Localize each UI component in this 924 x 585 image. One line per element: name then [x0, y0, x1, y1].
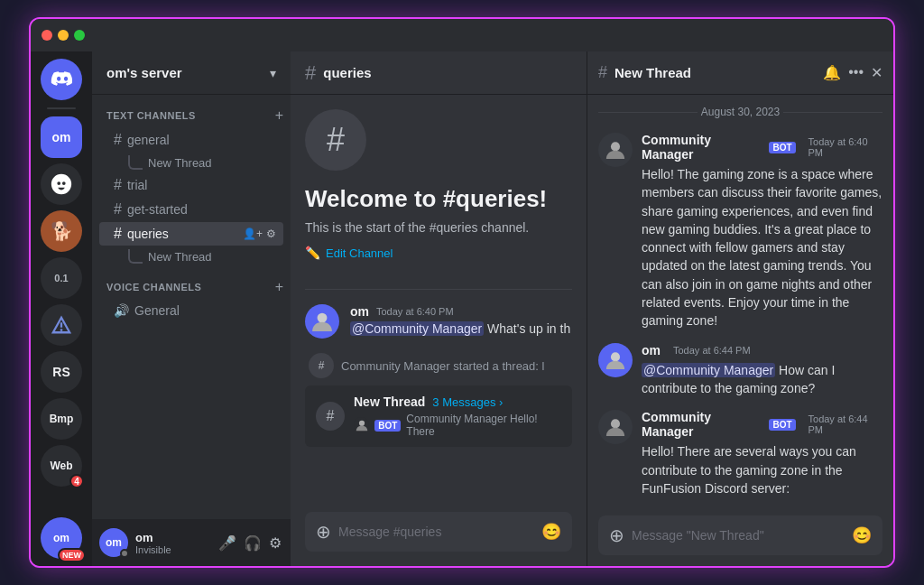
- server-icon-rs[interactable]: RS: [41, 351, 82, 393]
- thread-preview-messages: 3 Messages ›: [432, 395, 503, 409]
- msg-time-om-1: Today at 6:40 PM: [376, 306, 454, 317]
- settings-gear-icon[interactable]: ⚙: [267, 533, 283, 553]
- message-input-icons: 😊: [541, 522, 561, 542]
- thread-more-icon[interactable]: •••: [848, 64, 864, 81]
- server-icon-bmp[interactable]: Bmp: [41, 398, 82, 440]
- user-controls: 🎤 🎧 ⚙: [217, 533, 283, 553]
- channel-item-trial[interactable]: # trial: [99, 173, 283, 197]
- thread-msg-text-3: Hello! There are several ways you can co…: [642, 442, 882, 515]
- text-channels-section[interactable]: TEXT CHANNELS +: [92, 102, 291, 127]
- thread-preview-text: Community Manager Hello! There: [406, 413, 561, 438]
- user-status-dot: [120, 549, 129, 558]
- thread-preview-avatar: [354, 417, 369, 433]
- avatar-initials: om: [106, 536, 122, 549]
- om-avatar: [305, 304, 339, 339]
- thread-message-input[interactable]: [632, 528, 845, 543]
- channel-content: # queries # Welcome to #queries! This is…: [291, 51, 587, 566]
- svg-point-7: [611, 420, 620, 429]
- mic-icon[interactable]: 🎤: [217, 533, 238, 553]
- app-window: om 🐕 0.1 RS Bmp: [29, 17, 895, 568]
- headphones-icon[interactable]: 🎧: [242, 533, 263, 553]
- server-icon-num[interactable]: 0.1: [41, 257, 82, 299]
- thread-date: August 30, 2023: [598, 106, 882, 118]
- msg-text-om-1: @Community Manager What's up in th: [350, 320, 572, 339]
- server-icon-triangle[interactable]: [41, 304, 82, 346]
- speaker-icon: 🔊: [114, 303, 129, 318]
- message-input-area: ⊕ 😊: [291, 512, 587, 566]
- started-thread-icon: #: [309, 353, 334, 378]
- hash-icon-get-started: #: [114, 201, 122, 218]
- server-icon-web[interactable]: Web 4: [41, 445, 82, 487]
- main-layout: om 🐕 0.1 RS Bmp: [31, 51, 893, 566]
- channel-message-input[interactable]: [338, 525, 534, 539]
- started-thread: # Community Manager started a thread: l: [305, 353, 572, 378]
- thread-close-icon[interactable]: ✕: [871, 64, 882, 81]
- svg-point-6: [611, 352, 620, 361]
- channel-body: # Welcome to #queries! This is the start…: [291, 95, 587, 512]
- message-add-icon[interactable]: ⊕: [316, 521, 331, 543]
- emoji-icon[interactable]: 😊: [541, 522, 561, 542]
- voice-channels-label: VOICE CHANNELS: [106, 282, 201, 292]
- welcome-title: Welcome to #queries!: [305, 185, 572, 213]
- thread-preview-hash-icon: #: [316, 402, 345, 431]
- channel-list: TEXT CHANNELS + # general New Thread # t…: [92, 95, 291, 519]
- channel-name-general: general: [127, 133, 276, 147]
- text-channels-label: TEXT CHANNELS: [106, 110, 196, 121]
- edit-channel-button[interactable]: ✏️ Edit Channel: [305, 246, 572, 260]
- thread-notification-icon[interactable]: 🔔: [823, 64, 841, 81]
- server-icon-user-bottom[interactable]: om NEW: [41, 517, 82, 559]
- bot-tag-preview: BOT: [374, 420, 401, 432]
- traffic-lights: [42, 30, 85, 41]
- new-badge: NEW: [58, 548, 86, 562]
- thread-preview[interactable]: # New Thread 3 Messages › BOT Community …: [305, 385, 572, 447]
- channel-item-general-voice[interactable]: 🔊 General: [99, 300, 283, 321]
- channel-header-name: queries: [323, 65, 371, 80]
- thread-item-1[interactable]: New Thread: [99, 153, 283, 172]
- voice-channels-section[interactable]: VOICE CHANNELS +: [92, 274, 291, 299]
- close-button[interactable]: [42, 30, 52, 41]
- thread-panel-header: # New Thread 🔔 ••• ✕: [587, 51, 893, 95]
- maximize-button[interactable]: [74, 30, 85, 41]
- discord-home-icon[interactable]: [41, 59, 82, 100]
- thread-item-2[interactable]: New Thread: [99, 246, 283, 266]
- channel-item-general[interactable]: # general: [99, 128, 283, 152]
- thread-msg-time-2: Today at 6:44 PM: [673, 345, 751, 356]
- thread-name-1: New Thread: [148, 156, 212, 170]
- settings-icon[interactable]: ⚙: [266, 228, 276, 240]
- channel-name-trial: trial: [127, 178, 276, 192]
- thread-emoji-icon[interactable]: 😊: [852, 525, 872, 545]
- current-user-avatar: om: [99, 528, 128, 557]
- cm-avatar-1: [598, 133, 633, 167]
- server-icon-bot[interactable]: [41, 163, 82, 205]
- svg-point-4: [358, 421, 364, 426]
- thread-curve-icon-2: [128, 249, 143, 264]
- channel-item-queries[interactable]: # queries 👤+ ⚙: [99, 222, 283, 246]
- thread-msg-text-1: Hello! The gaming zone is a space where …: [642, 165, 882, 330]
- add-channel-icon[interactable]: +: [275, 107, 283, 124]
- add-member-icon[interactable]: 👤+: [243, 228, 263, 240]
- server-header[interactable]: om's server ▾: [92, 51, 291, 95]
- thread-input-icons: 😊: [852, 525, 872, 545]
- msg-author-om-1: om: [350, 304, 369, 319]
- msg-header-om-1: om Today at 6:40 PM: [350, 304, 572, 319]
- thread-name-2: New Thread: [148, 250, 212, 264]
- minimize-button[interactable]: [58, 30, 69, 41]
- thread-msg-time-1: Today at 6:40 PM: [808, 136, 882, 158]
- message-divider: [305, 289, 572, 290]
- server-dropdown-icon: ▾: [270, 66, 276, 80]
- mention-cm: @Community Manager: [350, 321, 484, 336]
- user-info: om Invisible: [135, 531, 209, 555]
- welcome-section: # Welcome to #queries! This is the start…: [305, 109, 572, 274]
- channel-item-get-started[interactable]: # get-started: [99, 198, 283, 221]
- user-area: om om Invisible 🎤 🎧 ⚙: [92, 519, 291, 566]
- thread-panel: # New Thread 🔔 ••• ✕ August 30, 2023: [587, 51, 893, 566]
- thread-msg-content-1: Community Manager BOT Today at 6:40 PM H…: [642, 133, 882, 330]
- server-icon-dog[interactable]: 🐕: [41, 210, 82, 252]
- add-voice-channel-icon[interactable]: +: [275, 279, 283, 295]
- thread-add-icon[interactable]: ⊕: [609, 525, 624, 546]
- thread-msg-3: Community Manager BOT Today at 6:44 PM H…: [598, 410, 882, 515]
- hash-icon-queries: #: [114, 226, 122, 242]
- thread-preview-title: New Thread: [354, 395, 425, 409]
- server-icon-os[interactable]: om: [41, 116, 82, 158]
- thread-input-box: ⊕ 😊: [598, 515, 882, 555]
